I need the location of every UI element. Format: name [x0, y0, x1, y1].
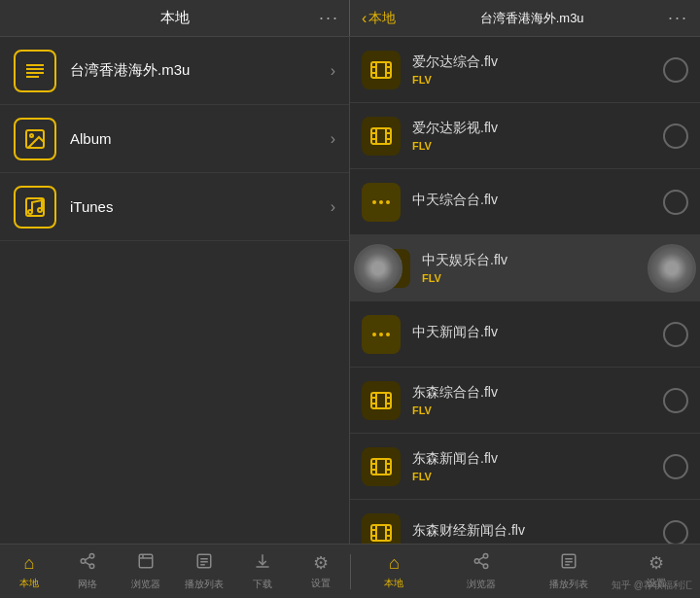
file-status-6 [663, 388, 688, 413]
back-label: 本地 [368, 10, 396, 27]
file-status-8 [663, 520, 688, 545]
tab-bar: ⌂ 本地 网络 浏览 [0, 544, 700, 598]
svg-point-33 [372, 333, 376, 336]
tab-playback-right-label: 播放列表 [549, 578, 588, 591]
film-icon-2 [362, 117, 401, 156]
svg-point-72 [484, 564, 489, 569]
tab-share-right[interactable]: 浏览器 [438, 552, 525, 591]
list-item-album[interactable]: Album › [0, 105, 349, 173]
file-type-6: FLV [412, 405, 663, 416]
file-name-5: 中天新闻台.flv [412, 324, 663, 341]
tab-browser[interactable]: 浏览器 [117, 552, 175, 591]
thumb-right [648, 244, 696, 293]
itunes-label: iTunes [70, 198, 331, 215]
svg-line-74 [479, 556, 484, 559]
file-item-8[interactable]: 东森财经新闻台.flv [350, 500, 700, 544]
svg-point-71 [475, 558, 480, 563]
file-type-2: FLV [412, 140, 663, 152]
file-item-7[interactable]: 东森新闻台.flv FLV [350, 434, 700, 500]
file-info-6: 东森综合台.flv FLV [412, 384, 663, 416]
tab-playback-right[interactable]: 播放列表 [525, 552, 612, 591]
itunes-chevron: › [331, 198, 335, 216]
list-item-m3u[interactable]: 台湾香港海外.m3u › [0, 37, 349, 105]
left-header-title: 本地 [160, 9, 190, 27]
tab-playlist[interactable]: 播放列表 [175, 552, 233, 591]
svg-point-70 [484, 553, 489, 558]
file-status-5 [663, 322, 688, 347]
svg-line-61 [85, 556, 89, 559]
file-info-5: 中天新闻台.flv [412, 324, 663, 344]
file-status-7 [663, 454, 688, 479]
browser-icon [137, 552, 155, 575]
file-item-5[interactable]: 中天新闻台.flv [350, 301, 700, 368]
left-header-dots[interactable]: ··· [319, 8, 339, 28]
file-name-2: 爱尔达影视.flv [412, 120, 663, 137]
back-button[interactable]: ‹ 本地 [362, 10, 396, 27]
album-icon [14, 118, 56, 160]
header-left-panel: 本地 ··· [0, 0, 350, 36]
share-icon [79, 552, 96, 575]
svg-point-35 [386, 333, 390, 336]
dots-icon-3 [362, 183, 401, 222]
tab-share-right-label: 浏览器 [467, 578, 496, 591]
file-name-7: 东森新闻台.flv [412, 450, 663, 468]
tab-settings-left-label: 设置 [311, 577, 331, 590]
tab-download[interactable]: 下载 [233, 552, 292, 591]
film-icon-7 [362, 447, 401, 486]
svg-rect-36 [371, 393, 391, 408]
tab-local[interactable]: ⌂ 本地 [0, 552, 58, 591]
file-name-6: 东森综合台.flv [412, 384, 663, 402]
file-item-1[interactable]: 爱尔达综合.flv FLV [350, 37, 700, 103]
film-icon-1 [362, 51, 401, 89]
file-name-1: 爱尔达综合.flv [412, 53, 663, 71]
tab-playlist-label: 播放列表 [185, 578, 224, 591]
file-item-3[interactable]: 中天综合台.flv [350, 169, 700, 235]
share-icon-right [472, 552, 490, 575]
file-info-8: 东森财经新闻台.flv [412, 522, 663, 543]
m3u-label: 台湾香港海外.m3u [70, 61, 331, 80]
svg-rect-62 [139, 554, 153, 568]
file-item-2[interactable]: 爱尔达影视.flv FLV [350, 103, 700, 169]
tab-local-label: 本地 [19, 577, 39, 590]
svg-line-60 [85, 562, 89, 565]
download-icon [254, 552, 271, 575]
file-item-6[interactable]: 东森综合台.flv FLV [350, 368, 700, 434]
file-status-1 [663, 57, 688, 83]
svg-point-58 [81, 558, 86, 563]
album-label: Album [70, 130, 331, 147]
svg-line-73 [479, 562, 484, 565]
playlist-icon [195, 552, 213, 575]
m3u-chevron: › [331, 62, 335, 80]
file-item-4[interactable]: 中天娱乐台.flv FLV [350, 235, 700, 301]
file-status-2 [663, 123, 688, 149]
left-panel: 台湾香港海外.m3u › Album › music [0, 37, 350, 544]
svg-rect-50 [371, 525, 391, 541]
tab-local-right[interactable]: ⌂ 本地 [351, 552, 438, 591]
m3u-icon [14, 50, 56, 92]
right-header-title: 台湾香港海外.m3u [403, 10, 660, 27]
file-type-7: FLV [412, 471, 663, 482]
film-icon-8 [362, 513, 401, 545]
svg-point-23 [372, 200, 376, 204]
list-item-itunes[interactable]: music iTunes › [0, 173, 349, 241]
tab-download-label: 下载 [253, 578, 272, 591]
file-info-1: 爱尔达综合.flv FLV [412, 53, 663, 86]
svg-point-24 [379, 200, 383, 204]
svg-point-34 [379, 333, 383, 336]
tab-network[interactable]: 网络 [58, 552, 117, 591]
tab-network-label: 网络 [78, 578, 97, 591]
tab-local-right-label: 本地 [384, 577, 403, 590]
itunes-icon: music [14, 186, 56, 229]
right-header-dots[interactable]: ··· [668, 8, 688, 28]
svg-rect-9 [371, 62, 391, 78]
gear-icon-right: ⚙ [648, 552, 664, 574]
svg-point-59 [89, 564, 94, 569]
file-status-3 [663, 190, 688, 215]
tab-settings-left[interactable]: ⚙ 设置 [292, 552, 350, 591]
svg-point-57 [89, 553, 94, 558]
svg-rect-16 [371, 128, 391, 144]
dots-icon-5 [362, 315, 401, 354]
file-name-3: 中天综合台.flv [412, 192, 663, 209]
tab-section-left: ⌂ 本地 网络 浏览 [0, 552, 350, 591]
right-panel: 爱尔达综合.flv FLV 爱尔达影视.flv FLV [350, 37, 700, 544]
